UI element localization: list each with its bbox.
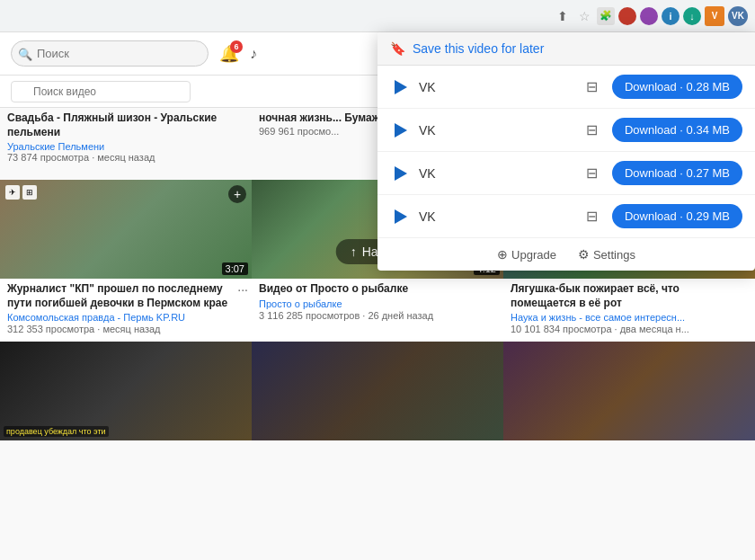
tv-show-label: продавец убеждал что эти — [4, 426, 109, 437]
cast-icon-2[interactable]: ⊟ — [586, 121, 598, 138]
notification-bell[interactable]: 🔔 6 — [219, 44, 239, 64]
popup-header: 🔖 Save this video for later — [378, 32, 755, 66]
settings-label: Settings — [593, 248, 635, 262]
video-meta-3: 10 101 834 просмотра · два месяца н... — [511, 324, 748, 334]
video-info-1: Журналист "КП" прошел по последнему пути… — [0, 279, 252, 340]
vk-play-icon-3 — [390, 163, 412, 184]
download-btn-3[interactable]: Download · 0.27 MB — [612, 161, 742, 185]
purple-dot-icon[interactable] — [640, 7, 658, 25]
search-input-wrap: 🔍 — [11, 40, 209, 67]
top-card-1-meta: 73 874 просмотра · месяц назад — [7, 152, 244, 163]
video-more-1[interactable]: ··· — [237, 282, 248, 297]
share-icon[interactable]: ⬆ — [554, 7, 572, 25]
browser-chrome: ⬆ ☆ 🧩 i ↓ V VK — [0, 0, 755, 32]
vk-label-1: VK — [419, 80, 579, 94]
scroll-top-arrow: ↑ — [351, 244, 357, 259]
red-dot-icon[interactable] — [618, 7, 636, 25]
video-card-6[interactable] — [503, 342, 755, 440]
plus-button-1[interactable]: + — [228, 185, 246, 203]
download-btn-1[interactable]: Download · 0.28 MB — [612, 75, 742, 99]
video-channel-2: Просто о рыбалке — [259, 298, 496, 309]
popup-row-3: VK ⊟ Download · 0.27 MB — [378, 152, 755, 195]
notification-badge: 6 — [230, 40, 243, 53]
puzzle-icon[interactable]: 🧩 — [597, 7, 615, 25]
video-title-3: Лягушка-бык пожирает всё, что помещается… — [511, 282, 748, 310]
vk-play-icon-4 — [390, 206, 412, 227]
download-popup: 🔖 Save this video for later VK ⊟ Downloa… — [378, 32, 755, 271]
bookmark-icon: 🔖 — [390, 41, 405, 56]
video-channel-3: Наука и жизнь - все самое интересн... — [511, 312, 748, 323]
popup-row-2: VK ⊟ Download · 0.34 MB — [378, 109, 755, 152]
play-triangle-1 — [395, 80, 407, 94]
video-thumbnail-6 — [503, 342, 755, 440]
video-thumbnail-4: продавец убеждал что эти — [0, 342, 252, 440]
video-badge-1: ✈ ⊞ — [5, 185, 37, 200]
settings-icon: ⚙ — [578, 247, 590, 262]
video-search-wrap: 🔍 — [11, 81, 191, 102]
upgrade-icon: ⊕ — [497, 247, 508, 262]
video-card-1[interactable]: ✈ ⊞ + 3:07 Журналист "КП" прошел по посл… — [0, 180, 252, 340]
upgrade-link[interactable]: ⊕ Upgrade — [497, 247, 556, 262]
cast-icon-1[interactable]: ⊟ — [586, 78, 598, 95]
play-triangle-3 — [395, 166, 407, 181]
popup-row-1: VK ⊟ Download · 0.28 MB — [378, 66, 755, 109]
video-info-3: Лягушка-бык пожирает всё, что помещается… — [503, 279, 755, 340]
orange-ext-icon[interactable]: V — [705, 6, 724, 26]
video-meta-1: 312 353 просмотра · месяц назад — [7, 324, 244, 334]
popup-footer: ⊕ Upgrade ⚙ Settings — [378, 238, 755, 271]
video-title-1: Журналист "КП" прошел по последнему пути… — [7, 282, 244, 310]
plane-icon: ✈ — [5, 185, 20, 200]
popup-row-4: VK ⊟ Download · 0.29 MB — [378, 195, 755, 238]
video-thumbnail-5 — [252, 342, 503, 440]
music-icon[interactable]: ♪ — [250, 46, 257, 62]
download-icon[interactable]: ↓ — [683, 7, 701, 25]
main-layout: 🔍 🔔 6 ♪ 🔍 Свадьба - Пляжный шизон - Урал… — [0, 32, 755, 560]
info-icon[interactable]: i — [662, 7, 680, 25]
vk-ext-icon[interactable]: VK — [728, 6, 748, 26]
search-icon: 🔍 — [18, 47, 32, 60]
vk-label-2: VK — [419, 123, 579, 138]
play-triangle-2 — [395, 123, 407, 138]
video-card-5[interactable] — [252, 342, 503, 440]
top-card-1-channel: Уральские Пельмени — [7, 141, 244, 152]
video-thumbnail-1: ✈ ⊞ + 3:07 — [0, 180, 252, 279]
video-info-wrap-1: Журналист "КП" прошел по последнему пути… — [0, 279, 252, 340]
play-triangle-4 — [395, 209, 407, 224]
settings-link[interactable]: ⚙ Settings — [578, 247, 635, 262]
vk-play-icon-1 — [390, 76, 412, 98]
video-channel-1: Комсомольская правда - Пермь KP.RU — [7, 312, 244, 323]
top-card-1-title: Свадьба - Пляжный шизон - Уральские пель… — [7, 111, 244, 139]
video-meta-2: 3 116 285 просмотров · 26 дней назад — [259, 310, 496, 321]
search-input[interactable] — [11, 40, 209, 67]
download-btn-4[interactable]: Download · 0.29 MB — [612, 204, 742, 228]
video-card-4[interactable]: продавец убеждал что эти — [0, 342, 252, 440]
cast-icon-3[interactable]: ⊟ — [586, 164, 598, 182]
vk-label-3: VK — [419, 166, 579, 181]
grid-icon: ⊞ — [22, 185, 37, 200]
vk-label-4: VK — [419, 209, 579, 224]
popup-title: Save this video for later — [413, 41, 544, 56]
download-btn-2[interactable]: Download · 0.34 MB — [612, 118, 742, 142]
star-icon[interactable]: ☆ — [575, 7, 593, 25]
vk-play-icon-2 — [390, 120, 412, 141]
video-title-2: Видео от Просто о рыбалке — [259, 282, 496, 297]
video-duration-1: 3:07 — [222, 262, 248, 275]
upgrade-label: Upgrade — [511, 248, 556, 262]
video-info-2: Видео от Просто о рыбалке Просто о рыбал… — [252, 279, 503, 326]
cast-icon-4[interactable]: ⊟ — [586, 208, 598, 225]
video-search-input[interactable] — [11, 81, 191, 102]
top-card-1[interactable]: Свадьба - Пляжный шизон - Уральские пель… — [0, 108, 252, 180]
